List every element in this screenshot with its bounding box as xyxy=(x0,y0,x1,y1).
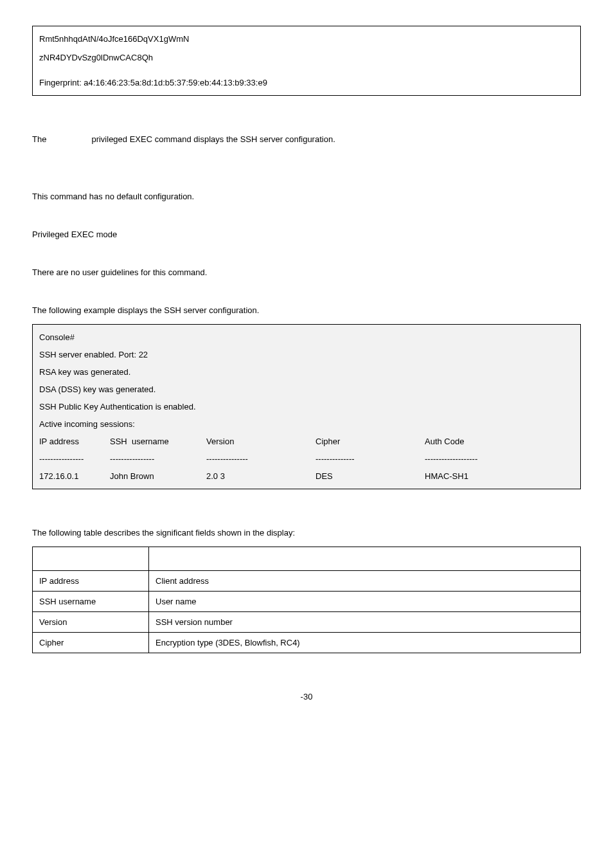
ssh-label: SSH xyxy=(110,437,127,446)
field-desc: Encryption type (3DES, Blowfish, RC4) xyxy=(149,633,581,653)
example-data-row: 172.16.0.1 John Brown 2.0 3 DES HMAC-SH1 xyxy=(39,471,574,481)
dash: ---------------- xyxy=(39,454,110,464)
col-version-header: Version xyxy=(206,437,315,446)
example-line: DSA (DSS) key was generated. xyxy=(39,384,574,394)
command-mode-text: Privileged EXEC mode xyxy=(32,230,581,239)
col-auth-header: Auth Code xyxy=(425,437,574,446)
field-name: Version xyxy=(33,612,149,633)
example-intro-text: The following example displays the SSH s… xyxy=(32,305,581,315)
intro-prefix: The xyxy=(32,134,46,144)
intro-rest: privileged EXEC command displays the SSH… xyxy=(91,134,335,144)
field-desc: Client address xyxy=(149,571,581,592)
code-line: Fingerprint: a4:16:46:23:5a:8d:1d:b5:37:… xyxy=(39,78,574,87)
example-dash-row: ---------------- ---------------- ------… xyxy=(39,454,574,464)
example-line: SSH Public Key Authentication is enabled… xyxy=(39,402,574,411)
dash: -------------- xyxy=(315,454,425,464)
code-line: Rmt5nhhqdAtN/4oJfce166DqVX1gWmN xyxy=(39,34,574,44)
intro-paragraph: Theprivileged EXEC command displays the … xyxy=(32,134,581,144)
table-row: IP address Client address xyxy=(33,571,581,592)
cell-version: 2.0 3 xyxy=(206,471,315,481)
default-config-text: This command has no default configuratio… xyxy=(32,192,581,201)
dash: --------------- xyxy=(206,454,315,464)
col-cipher-header: Cipher xyxy=(315,437,425,446)
table-intro-text: The following table describes the signif… xyxy=(32,528,581,538)
guidelines-text: There are no user guidelines for this co… xyxy=(32,267,581,277)
cell-cipher: DES xyxy=(315,471,425,481)
header-description xyxy=(149,547,581,571)
table-header-row xyxy=(33,547,581,571)
field-desc: SSH version number xyxy=(149,612,581,633)
console-prompt: Console# xyxy=(39,332,574,342)
table-row: SSH username User name xyxy=(33,592,581,612)
table-row: Cipher Encryption type (3DES, Blowfish, … xyxy=(33,633,581,653)
code-line: zNR4DYDvSzg0lDnwCAC8Qh xyxy=(39,53,574,62)
page-number: -30 xyxy=(32,692,581,701)
example-line: RSA key was generated. xyxy=(39,367,574,377)
example-line: Active incoming sessions: xyxy=(39,419,574,429)
cell-user: John Brown xyxy=(110,471,206,481)
cell-auth: HMAC-SH1 xyxy=(425,471,574,481)
username-label: username xyxy=(132,437,169,446)
cell-ip: 172.16.0.1 xyxy=(39,471,110,481)
field-name: Cipher xyxy=(33,633,149,653)
code-block-key: Rmt5nhhqdAtN/4oJfce166DqVX1gWmN zNR4DYDv… xyxy=(32,26,581,96)
header-field xyxy=(33,547,149,571)
field-name: SSH username xyxy=(33,592,149,612)
fields-description-table: IP address Client address SSH username U… xyxy=(32,547,581,653)
example-header-row: IP address SSH username Version Cipher A… xyxy=(39,437,574,446)
col-ip-header: IP address xyxy=(39,437,110,446)
col-ssh-user-header: SSH username xyxy=(110,437,206,446)
field-name: IP address xyxy=(33,571,149,592)
field-desc: User name xyxy=(149,592,581,612)
dash: ------------------- xyxy=(425,454,574,464)
dash: ---------------- xyxy=(110,454,206,464)
example-line: SSH server enabled. Port: 22 xyxy=(39,350,574,359)
table-row: Version SSH version number xyxy=(33,612,581,633)
example-output-box: Console# SSH server enabled. Port: 22 RS… xyxy=(32,324,581,489)
